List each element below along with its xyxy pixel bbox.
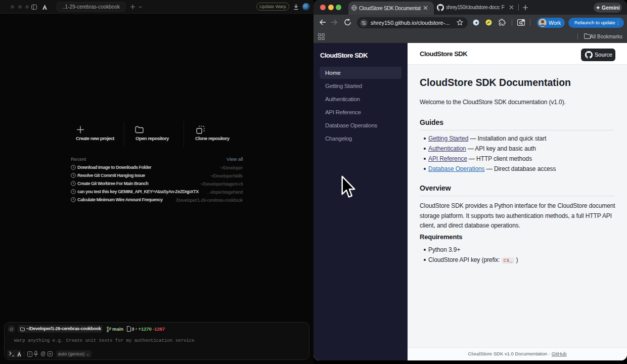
svg-text:7: 7 xyxy=(29,352,31,356)
